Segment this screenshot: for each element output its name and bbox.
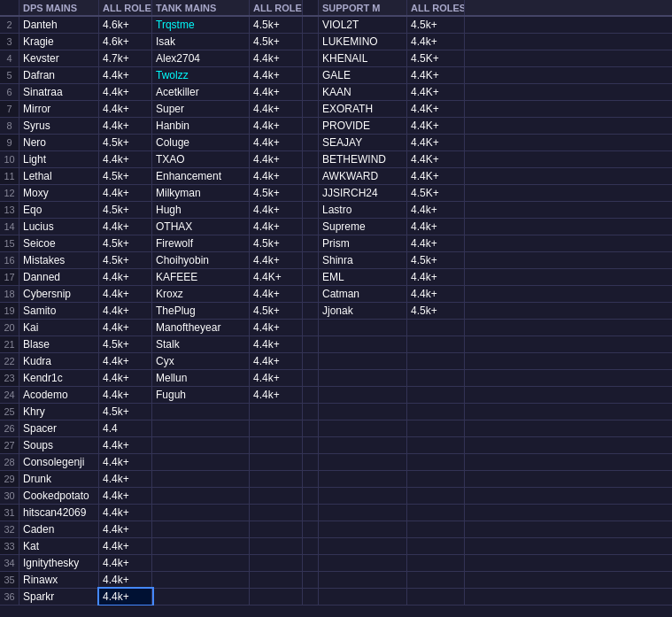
dps-role[interactable]: 4.4k+: [99, 505, 152, 521]
table-row[interactable]: 13Eqo4.5k+Hugh4.4k+Lastro4.4k+: [0, 202, 672, 219]
support-name[interactable]: Lastro: [319, 202, 407, 218]
tank-name[interactable]: Isak: [152, 34, 250, 50]
dps-role[interactable]: 4.4k+: [99, 370, 152, 386]
dps-name[interactable]: Blase: [19, 336, 99, 352]
tank-role[interactable]: 4.4k+: [250, 370, 303, 386]
dps-name[interactable]: Kragie: [19, 34, 99, 50]
dps-name[interactable]: Consolegenji: [19, 454, 99, 470]
dps-name[interactable]: Sparkr: [19, 589, 99, 605]
support-role[interactable]: [407, 538, 465, 554]
tank-role[interactable]: 4.4k+: [250, 353, 303, 369]
support-name[interactable]: AWKWARD: [319, 168, 407, 184]
tank-name[interactable]: Kroxz: [152, 286, 250, 302]
support-name[interactable]: [319, 505, 407, 521]
dps-role[interactable]: 4.4k+: [99, 185, 152, 201]
tank-name[interactable]: Milkyman: [152, 185, 250, 201]
dps-role[interactable]: 4.4k+: [99, 320, 152, 335]
table-row[interactable]: 25Khry4.5k+: [0, 404, 672, 420]
table-row[interactable]: 7Mirror4.4k+Super4.4k+EXORATH4.4K+: [0, 101, 672, 118]
table-row[interactable]: 3Kragie4.6k+Isak4.5k+LUKEMINO4.4k+: [0, 34, 672, 50]
support-role[interactable]: 4.5K+: [407, 50, 465, 66]
tank-name[interactable]: Hanbin: [152, 118, 250, 134]
tank-role[interactable]: 4.5k+: [250, 303, 303, 319]
table-row[interactable]: 23Kendr1c4.4k+Mellun4.4k+: [0, 370, 672, 387]
support-name[interactable]: GALE: [319, 67, 407, 83]
tank-role[interactable]: [250, 488, 303, 504]
support-role[interactable]: 4.4K+: [407, 67, 465, 83]
table-row[interactable]: 32Caden4.4k+: [0, 521, 672, 538]
dps-role[interactable]: 4.4k+: [99, 84, 152, 100]
dps-name[interactable]: Danteh: [19, 17, 99, 33]
dps-role[interactable]: 4.5k+: [99, 252, 152, 268]
table-row[interactable]: 4Kevster4.7k+Alex27044.4k+KHENAIL4.5K+: [0, 50, 672, 67]
dps-name[interactable]: Seicoe: [19, 235, 99, 251]
table-row[interactable]: 35Rinawx4.4k+: [0, 572, 672, 589]
table-row[interactable]: 12Moxy4.4k+Milkyman4.5k+JJSIRCH244.5K+: [0, 185, 672, 202]
support-role[interactable]: 4.4k+: [407, 286, 465, 302]
tank-name[interactable]: Firewolf: [152, 235, 250, 251]
dps-role[interactable]: 4.5k+: [99, 336, 152, 352]
dps-role[interactable]: 4.4k+: [99, 555, 152, 571]
tank-role[interactable]: [250, 437, 303, 453]
table-row[interactable]: 17Danned4.4k+KAFEEE4.4K+EML4.4k+: [0, 269, 672, 286]
dps-name[interactable]: Samito: [19, 303, 99, 319]
tank-role[interactable]: 4.5k+: [250, 185, 303, 201]
dps-role[interactable]: 4.5k+: [99, 404, 152, 420]
support-name[interactable]: [319, 437, 407, 453]
support-role[interactable]: [407, 471, 465, 487]
table-row[interactable]: 10Light4.4k+TXAO4.4k+BETHEWIND4.4K+: [0, 151, 672, 168]
tank-name[interactable]: Coluge: [152, 135, 250, 150]
dps-role[interactable]: 4.4k+: [99, 387, 152, 403]
tank-role[interactable]: 4.5k+: [250, 235, 303, 251]
dps-role[interactable]: 4.5k+: [99, 235, 152, 251]
tank-name[interactable]: Alex2704: [152, 50, 250, 66]
tank-role[interactable]: 4.4k+: [250, 50, 303, 66]
dps-role[interactable]: 4.4k+: [99, 353, 152, 369]
dps-name[interactable]: Kendr1c: [19, 370, 99, 386]
dps-role[interactable]: 4.4k+: [99, 538, 152, 554]
tank-role[interactable]: 4.4k+: [250, 387, 303, 403]
support-role[interactable]: [407, 572, 465, 588]
tank-name[interactable]: Fuguh: [152, 387, 250, 403]
support-name[interactable]: BETHEWIND: [319, 151, 407, 167]
tank-role[interactable]: 4.4k+: [250, 336, 303, 352]
support-name[interactable]: SEAJAY: [319, 135, 407, 150]
table-row[interactable]: 22Kudra4.4k+Cyx4.4k+: [0, 353, 672, 370]
support-role[interactable]: 4.4K+: [407, 101, 465, 117]
dps-role[interactable]: 4.4k+: [99, 219, 152, 235]
table-row[interactable]: 24Acodemo4.4k+Fuguh4.4k+: [0, 387, 672, 404]
tank-name[interactable]: Twolzz: [152, 67, 250, 83]
support-role[interactable]: 4.4K+: [407, 168, 465, 184]
dps-role[interactable]: 4.4k+: [99, 589, 152, 605]
tank-name[interactable]: Hugh: [152, 202, 250, 218]
tank-role[interactable]: 4.4k+: [250, 67, 303, 83]
support-role[interactable]: [407, 420, 465, 436]
tank-name[interactable]: Enhancement: [152, 168, 250, 184]
support-name[interactable]: Prism: [319, 235, 407, 251]
dps-name[interactable]: Moxy: [19, 185, 99, 201]
support-role[interactable]: 4.4k+: [407, 34, 465, 50]
dps-name[interactable]: Caden: [19, 521, 99, 537]
table-row[interactable]: 19Samito4.4k+ThePlug4.5k+Jjonak4.5k+: [0, 303, 672, 320]
table-row[interactable]: 36Sparkr4.4k+: [0, 589, 672, 605]
dps-name[interactable]: Lucius: [19, 219, 99, 235]
support-name[interactable]: [319, 387, 407, 403]
table-row[interactable]: 9Nero4.5k+Coluge4.4k+SEAJAY4.4K+: [0, 135, 672, 151]
support-name[interactable]: KAAN: [319, 84, 407, 100]
dps-role[interactable]: 4.4k+: [99, 151, 152, 167]
support-role[interactable]: [407, 505, 465, 521]
table-row[interactable]: 28Consolegenji4.4k+: [0, 454, 672, 471]
support-role[interactable]: 4.4K+: [407, 151, 465, 167]
support-role[interactable]: [407, 589, 465, 605]
dps-role[interactable]: 4.4k+: [99, 437, 152, 453]
table-row[interactable]: 11Lethal4.5k+Enhancement4.4k+AWKWARD4.4K…: [0, 168, 672, 185]
tank-role[interactable]: 4.4k+: [250, 219, 303, 235]
dps-role[interactable]: 4.4k+: [99, 303, 152, 319]
tank-role[interactable]: 4.4k+: [250, 286, 303, 302]
dps-role[interactable]: 4.4k+: [99, 67, 152, 83]
table-row[interactable]: 16Mistakes4.5k+Choihyobin4.4k+Shinra4.5k…: [0, 252, 672, 269]
support-name[interactable]: VIOL2T: [319, 17, 407, 33]
tank-name[interactable]: Trqstme: [152, 17, 250, 33]
dps-name[interactable]: Mistakes: [19, 252, 99, 268]
support-name[interactable]: LUKEMINO: [319, 34, 407, 50]
